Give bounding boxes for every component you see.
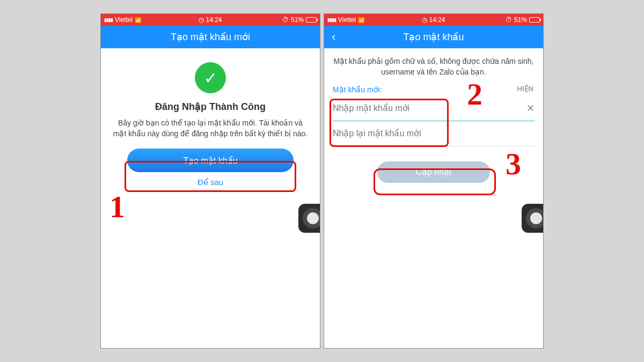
back-button[interactable]: ‹ bbox=[332, 31, 335, 43]
update-button[interactable]: Cập nhật bbox=[377, 161, 490, 183]
header-title: Tạo mật khẩu mới bbox=[171, 31, 250, 43]
section-label: Mật khẩu mới: bbox=[324, 82, 391, 96]
success-check-icon: ✓ bbox=[195, 62, 226, 93]
input-divider bbox=[333, 146, 535, 146]
assistive-touch-button[interactable] bbox=[298, 204, 320, 233]
battery-icon bbox=[529, 17, 540, 23]
time-label: 14:24 bbox=[206, 16, 222, 24]
confirm-password-input[interactable] bbox=[333, 125, 535, 142]
update-button-label: Cập nhật bbox=[415, 167, 451, 177]
alarm-icon: ⏱ bbox=[282, 16, 289, 24]
battery-pct: 51% bbox=[291, 16, 304, 24]
success-title: Đăng Nhập Thành Công bbox=[111, 101, 310, 113]
carrier-label: Viettel bbox=[115, 16, 133, 24]
show-password-toggle[interactable]: HIỆN bbox=[517, 85, 533, 93]
clock-icon: ◷ bbox=[199, 16, 204, 24]
annotation-number-1: 1 bbox=[109, 189, 125, 225]
time-label: 14:24 bbox=[429, 16, 445, 24]
assistive-touch-button[interactable] bbox=[522, 204, 544, 233]
phone-screen-2: ▮▮▮▮ Viettel 📶 ◷ 14:24 ⏱ 51% ‹ Tạo mật k… bbox=[324, 13, 544, 349]
phone-screen-1: ▮▮▮▮ Viettel 📶 ◷ 14:24 ⏱ 51% Tạo mật khẩ… bbox=[100, 13, 320, 349]
header-title: Tạo mật khẩu bbox=[403, 31, 464, 43]
clear-input-icon[interactable]: ✕ bbox=[522, 102, 535, 114]
signal-icon: ▮▮▮▮ bbox=[327, 17, 336, 23]
wifi-icon: 📶 bbox=[358, 17, 364, 23]
later-link[interactable]: Để sau bbox=[111, 178, 310, 187]
app-header: ‹ Tạo mật khẩu bbox=[324, 26, 543, 48]
battery-icon bbox=[306, 17, 317, 23]
clock-icon: ◷ bbox=[422, 16, 427, 24]
battery-pct: 51% bbox=[514, 16, 527, 24]
annotation-number-3: 3 bbox=[506, 146, 521, 182]
create-password-button[interactable]: Tạo mật khẩu bbox=[127, 149, 294, 172]
alarm-icon: ⏱ bbox=[506, 16, 512, 24]
status-bar: ▮▮▮▮ Viettel 📶 ◷ 14:24 ⏱ 51% bbox=[101, 14, 320, 26]
create-password-label: Tạo mật khẩu bbox=[183, 156, 237, 166]
success-description: Bây giờ bạn có thể tạo lại mật khẩu mới.… bbox=[111, 118, 310, 139]
new-password-input[interactable] bbox=[333, 100, 522, 116]
signal-icon: ▮▮▮▮ bbox=[104, 17, 113, 23]
carrier-label: Viettel bbox=[338, 16, 356, 24]
wifi-icon: 📶 bbox=[135, 17, 141, 23]
password-hint: Mật khẩu phải gồm chữ và số, không được … bbox=[324, 48, 543, 82]
status-bar: ▮▮▮▮ Viettel 📶 ◷ 14:24 ⏱ 51% bbox=[324, 14, 543, 26]
app-header: Tạo mật khẩu mới bbox=[101, 26, 320, 48]
